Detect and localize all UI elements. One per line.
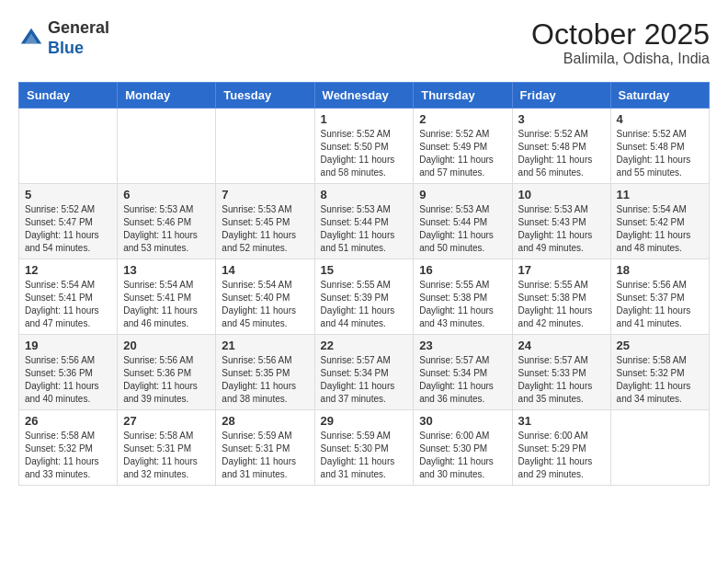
day-number: 19: [25, 339, 111, 352]
calendar-cell: 20Sunrise: 5:56 AM Sunset: 5:36 PM Dayli…: [118, 335, 216, 410]
location-subtitle: Balimila, Odisha, India: [531, 51, 710, 67]
day-number: 6: [123, 188, 210, 201]
calendar-cell: 17Sunrise: 5:55 AM Sunset: 5:38 PM Dayli…: [512, 259, 610, 335]
calendar-cell: 2Sunrise: 5:52 AM Sunset: 5:49 PM Daylig…: [414, 109, 512, 184]
day-number: 27: [123, 414, 210, 428]
day-info: Sunrise: 6:00 AM Sunset: 5:29 PM Dayligh…: [518, 430, 605, 481]
day-number: 14: [222, 263, 308, 277]
day-info: Sunrise: 5:55 AM Sunset: 5:38 PM Dayligh…: [518, 279, 605, 330]
day-info: Sunrise: 5:58 AM Sunset: 5:31 PM Dayligh…: [123, 430, 210, 481]
day-number: 10: [518, 188, 605, 201]
day-info: Sunrise: 5:54 AM Sunset: 5:42 PM Dayligh…: [617, 203, 703, 255]
day-number: 9: [419, 188, 506, 201]
calendar-cell: 22Sunrise: 5:57 AM Sunset: 5:34 PM Dayli…: [314, 335, 414, 410]
calendar-cell: 21Sunrise: 5:56 AM Sunset: 5:35 PM Dayli…: [216, 335, 314, 410]
weekday-header-thursday: Thursday: [414, 83, 512, 109]
calendar-cell: 25Sunrise: 5:58 AM Sunset: 5:32 PM Dayli…: [610, 335, 709, 410]
day-info: Sunrise: 5:59 AM Sunset: 5:31 PM Dayligh…: [222, 430, 308, 481]
day-info: Sunrise: 5:58 AM Sunset: 5:32 PM Dayligh…: [617, 354, 703, 406]
calendar-cell: 10Sunrise: 5:53 AM Sunset: 5:43 PM Dayli…: [512, 184, 610, 259]
day-number: 29: [321, 414, 408, 428]
calendar-cell: 13Sunrise: 5:54 AM Sunset: 5:41 PM Dayli…: [118, 259, 216, 335]
day-info: Sunrise: 5:53 AM Sunset: 5:46 PM Dayligh…: [123, 203, 210, 255]
day-number: 1: [321, 112, 408, 126]
day-info: Sunrise: 5:52 AM Sunset: 5:50 PM Dayligh…: [321, 128, 408, 179]
day-info: Sunrise: 5:53 AM Sunset: 5:44 PM Dayligh…: [419, 203, 506, 255]
calendar-cell: [216, 109, 314, 184]
day-number: 16: [419, 263, 506, 277]
calendar-week-5: 26Sunrise: 5:58 AM Sunset: 5:32 PM Dayli…: [19, 410, 710, 486]
logo-icon: [18, 26, 44, 52]
day-number: 21: [222, 339, 308, 352]
day-number: 22: [321, 339, 408, 352]
day-number: 23: [419, 339, 506, 352]
calendar-cell: [19, 109, 118, 184]
day-info: Sunrise: 5:54 AM Sunset: 5:41 PM Dayligh…: [123, 279, 210, 330]
calendar-cell: 3Sunrise: 5:52 AM Sunset: 5:48 PM Daylig…: [512, 109, 610, 184]
day-number: 30: [419, 414, 506, 428]
calendar-cell: 26Sunrise: 5:58 AM Sunset: 5:32 PM Dayli…: [19, 410, 118, 486]
day-number: 2: [419, 112, 506, 126]
calendar-cell: 9Sunrise: 5:53 AM Sunset: 5:44 PM Daylig…: [414, 184, 512, 259]
calendar-cell: 7Sunrise: 5:53 AM Sunset: 5:45 PM Daylig…: [216, 184, 314, 259]
day-number: 15: [321, 263, 408, 277]
day-info: Sunrise: 5:53 AM Sunset: 5:45 PM Dayligh…: [222, 203, 308, 255]
day-info: Sunrise: 5:56 AM Sunset: 5:36 PM Dayligh…: [25, 354, 111, 406]
day-number: 31: [518, 414, 605, 428]
day-info: Sunrise: 5:56 AM Sunset: 5:37 PM Dayligh…: [617, 279, 703, 330]
calendar-cell: 18Sunrise: 5:56 AM Sunset: 5:37 PM Dayli…: [610, 259, 709, 335]
day-info: Sunrise: 5:53 AM Sunset: 5:44 PM Dayligh…: [321, 203, 408, 255]
day-number: 12: [25, 263, 111, 277]
day-info: Sunrise: 5:55 AM Sunset: 5:38 PM Dayligh…: [419, 279, 506, 330]
day-info: Sunrise: 5:53 AM Sunset: 5:43 PM Dayligh…: [518, 203, 605, 255]
day-info: Sunrise: 6:00 AM Sunset: 5:30 PM Dayligh…: [419, 430, 506, 481]
calendar-cell: 6Sunrise: 5:53 AM Sunset: 5:46 PM Daylig…: [118, 184, 216, 259]
day-number: 28: [222, 414, 308, 428]
day-info: Sunrise: 5:59 AM Sunset: 5:30 PM Dayligh…: [321, 430, 408, 481]
day-number: 4: [617, 112, 703, 126]
day-info: Sunrise: 5:54 AM Sunset: 5:40 PM Dayligh…: [222, 279, 308, 330]
logo: General Blue: [18, 18, 109, 58]
calendar-cell: [610, 410, 709, 486]
calendar-week-1: 1Sunrise: 5:52 AM Sunset: 5:50 PM Daylig…: [19, 109, 710, 184]
calendar-cell: 19Sunrise: 5:56 AM Sunset: 5:36 PM Dayli…: [19, 335, 118, 410]
weekday-header-monday: Monday: [118, 83, 216, 109]
calendar-cell: 4Sunrise: 5:52 AM Sunset: 5:48 PM Daylig…: [610, 109, 709, 184]
page-header: General Blue October 2025 Balimila, Odis…: [18, 18, 710, 67]
day-info: Sunrise: 5:52 AM Sunset: 5:47 PM Dayligh…: [25, 203, 111, 255]
day-number: 7: [222, 188, 308, 201]
calendar-cell: 29Sunrise: 5:59 AM Sunset: 5:30 PM Dayli…: [314, 410, 414, 486]
day-number: 20: [123, 339, 210, 352]
calendar-cell: 12Sunrise: 5:54 AM Sunset: 5:41 PM Dayli…: [19, 259, 118, 335]
calendar-week-3: 12Sunrise: 5:54 AM Sunset: 5:41 PM Dayli…: [19, 259, 710, 335]
logo-general-text: General: [48, 18, 109, 39]
weekday-header-saturday: Saturday: [610, 83, 709, 109]
calendar-cell: 1Sunrise: 5:52 AM Sunset: 5:50 PM Daylig…: [314, 109, 414, 184]
calendar-cell: 31Sunrise: 6:00 AM Sunset: 5:29 PM Dayli…: [512, 410, 610, 486]
calendar-table: SundayMondayTuesdayWednesdayThursdayFrid…: [18, 82, 710, 486]
day-info: Sunrise: 5:54 AM Sunset: 5:41 PM Dayligh…: [25, 279, 111, 330]
calendar-week-4: 19Sunrise: 5:56 AM Sunset: 5:36 PM Dayli…: [19, 335, 710, 410]
calendar-week-2: 5Sunrise: 5:52 AM Sunset: 5:47 PM Daylig…: [19, 184, 710, 259]
day-number: 18: [617, 263, 703, 277]
day-info: Sunrise: 5:56 AM Sunset: 5:36 PM Dayligh…: [123, 354, 210, 406]
day-info: Sunrise: 5:57 AM Sunset: 5:34 PM Dayligh…: [419, 354, 506, 406]
day-number: 3: [518, 112, 605, 126]
weekday-header-wednesday: Wednesday: [314, 83, 414, 109]
day-number: 8: [321, 188, 408, 201]
calendar-cell: 28Sunrise: 5:59 AM Sunset: 5:31 PM Dayli…: [216, 410, 314, 486]
calendar-cell: 24Sunrise: 5:57 AM Sunset: 5:33 PM Dayli…: [512, 335, 610, 410]
calendar-cell: 16Sunrise: 5:55 AM Sunset: 5:38 PM Dayli…: [414, 259, 512, 335]
day-info: Sunrise: 5:55 AM Sunset: 5:39 PM Dayligh…: [321, 279, 408, 330]
calendar-cell: 23Sunrise: 5:57 AM Sunset: 5:34 PM Dayli…: [414, 335, 512, 410]
day-info: Sunrise: 5:57 AM Sunset: 5:33 PM Dayligh…: [518, 354, 605, 406]
calendar-cell: 5Sunrise: 5:52 AM Sunset: 5:47 PM Daylig…: [19, 184, 118, 259]
day-info: Sunrise: 5:57 AM Sunset: 5:34 PM Dayligh…: [321, 354, 408, 406]
calendar-cell: 30Sunrise: 6:00 AM Sunset: 5:30 PM Dayli…: [414, 410, 512, 486]
day-number: 5: [25, 188, 111, 201]
day-number: 17: [518, 263, 605, 277]
calendar-cell: [118, 109, 216, 184]
month-title: October 2025: [531, 18, 710, 51]
day-number: 24: [518, 339, 605, 352]
calendar-cell: 27Sunrise: 5:58 AM Sunset: 5:31 PM Dayli…: [118, 410, 216, 486]
